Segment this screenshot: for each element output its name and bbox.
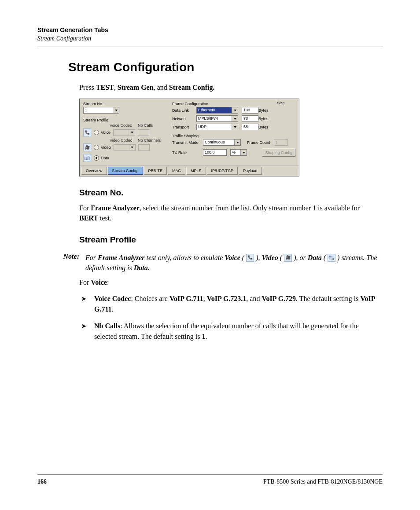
video-icon: 🎥 <box>83 143 91 151</box>
network-select[interactable]: MPLS/IPv4 <box>196 115 238 122</box>
page-footer: 166 FTB-8500 Series and FTB-8120NGE/8130… <box>37 474 383 485</box>
transport-size[interactable]: 58 <box>242 124 258 130</box>
note-block: Note: For Frame Analyzer test only, allo… <box>37 253 383 273</box>
doc-title: FTB-8500 Series and FTB-8120NGE/8130NGE <box>263 478 383 485</box>
network-label: Network <box>172 117 196 121</box>
stream-no-text: For Frame Analyzer, select the stream nu… <box>79 203 378 223</box>
intro-text: Press TEST, Stream Gen, and Stream Confi… <box>79 82 378 92</box>
nb-calls-field[interactable] <box>138 129 149 136</box>
bytes-unit: Bytes <box>258 125 273 129</box>
tab-bar: Overview Stream Config. PBB-TE MAC MPLS … <box>80 165 299 176</box>
phone-icon: 📞 <box>83 128 91 136</box>
tab-overview[interactable]: Overview <box>81 167 107 175</box>
data-icon: 10100101 <box>328 254 335 262</box>
voice-codec-select[interactable] <box>113 129 135 136</box>
data-radio[interactable]: Data <box>94 155 109 161</box>
data-icon: 10100101 <box>83 154 91 162</box>
data-link-size[interactable]: 100 <box>242 107 258 114</box>
bullet-voice-codec: Voice Codec: Choices are VoIP G.711, VoI… <box>79 294 378 315</box>
nb-channels-field[interactable] <box>138 144 150 151</box>
tab-mpls[interactable]: MPLS <box>186 167 206 175</box>
stream-no-heading: Stream No. <box>79 188 378 198</box>
stream-profile-label: Stream Profile <box>83 118 169 122</box>
footer-rule <box>37 474 383 475</box>
nb-channels-header: Nb Channels <box>138 138 161 143</box>
voice-radio[interactable]: Voice <box>94 130 111 135</box>
bullet-nb-calls: Nb Calls: Allows the selection of the eq… <box>79 321 378 342</box>
transport-select[interactable]: UDP <box>196 124 238 130</box>
nb-calls-header: Nb Calls <box>138 123 153 128</box>
tab-payload[interactable]: Payload <box>239 167 262 175</box>
phone-icon: 📞 <box>246 254 254 262</box>
tab-pbb-te[interactable]: PBB-TE <box>144 167 167 175</box>
size-header: Size <box>277 101 285 105</box>
data-link-select[interactable]: EthernetII <box>196 107 238 114</box>
frame-count-label: Frame Count <box>247 140 270 145</box>
voice-codec-header: Voice Codec <box>110 123 133 128</box>
video-codec-select[interactable] <box>114 144 136 151</box>
note-body: For Frame Analyzer test only, allows to … <box>85 253 378 273</box>
tx-unit-select[interactable]: % <box>230 149 247 156</box>
for-voice-text: For Voice: <box>79 277 378 287</box>
tx-rate-label: TX Rate <box>172 150 199 155</box>
stream-profile-heading: Stream Profile <box>79 235 378 245</box>
running-header: Stream Generation Tabs Stream Configurat… <box>37 26 383 42</box>
stream-no-select[interactable]: 1 <box>83 107 119 114</box>
video-icon: 🎥 <box>284 254 292 262</box>
transport-label: Transport <box>172 125 196 129</box>
tab-ip-udp-tcp[interactable]: IP/UDP/TCP <box>207 167 238 175</box>
chevron-down-icon <box>113 107 119 113</box>
section-title: Stream Configuration <box>37 35 383 42</box>
stream-no-label: Stream No. <box>83 102 169 106</box>
header-rule <box>37 47 383 47</box>
bytes-unit: Bytes <box>258 108 273 113</box>
video-radio[interactable]: Video <box>94 145 111 150</box>
bytes-unit: Bytes <box>258 117 273 121</box>
note-label: Note: <box>37 253 85 273</box>
network-size[interactable]: 78 <box>242 115 258 122</box>
tab-mac[interactable]: MAC <box>168 167 185 175</box>
tab-stream-config[interactable]: Stream Config. <box>108 167 143 175</box>
data-link-label: Data Link <box>172 108 196 113</box>
traffic-shaping-label: Traffic Shaping <box>172 134 295 138</box>
tx-rate-field[interactable]: 100.0 <box>203 149 227 156</box>
config-screenshot: Stream No. 1 Stream Profile Voice Codec … <box>79 99 299 176</box>
video-codec-header: Video Codec <box>110 138 133 143</box>
transmit-mode-select[interactable]: Continuous <box>203 139 241 146</box>
transmit-mode-label: Transmit Mode <box>172 140 199 145</box>
bullet-list: Voice Codec: Choices are VoIP G.711, VoI… <box>79 294 378 342</box>
chapter-title: Stream Generation Tabs <box>37 26 383 33</box>
page-number: 166 <box>37 478 47 485</box>
page-title: Stream Configuration <box>68 60 383 74</box>
shaping-config-button[interactable]: Shaping Config <box>262 148 295 157</box>
frame-count-field[interactable]: 1 <box>274 139 288 146</box>
